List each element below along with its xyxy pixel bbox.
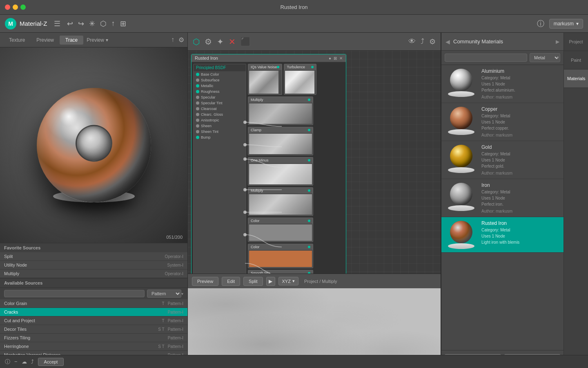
node-icon-hierarchy[interactable]: ✦ — [217, 37, 224, 47]
preview-btn[interactable]: Preview — [192, 277, 218, 286]
favorite-sources-header: Favorite Sources — [0, 243, 187, 252]
node-icon-connect[interactable]: ⚙ — [205, 37, 212, 47]
bsdf-dot-clearcoat — [196, 107, 199, 110]
window-title: Rusted Iron — [280, 4, 307, 10]
material-card-copper[interactable]: Copper Category: MetalUses 1 NodePerfect… — [441, 103, 564, 141]
redo-icon[interactable]: ↪ — [78, 19, 84, 28]
available-sources-controls: Pattern ▾ — [0, 287, 187, 299]
filter-category-dropdown[interactable]: Pattern — [147, 289, 181, 298]
nav-toolbar: ↩ ↪ ✳ ⬡ ↑ ⊞ — [67, 19, 126, 28]
material-card-aluminium[interactable]: Aluminium Category: MetalUses 1 NodePerf… — [441, 65, 564, 103]
bsdf-label-anisotropic: Anisotropic — [201, 118, 219, 122]
preview-dropdown[interactable]: Preview ▾ — [87, 37, 108, 43]
tab-trace[interactable]: Trace — [60, 36, 83, 45]
edit-btn[interactable]: Edit — [222, 277, 240, 286]
hamburger-menu[interactable]: ☰ — [54, 19, 60, 28]
node-color-orange[interactable]: Color — [248, 244, 313, 268]
bsdf-dot-specular-tint — [196, 101, 199, 105]
node-multiply-2[interactable]: Multiply — [248, 187, 313, 216]
settings-icon[interactable]: ⚙ — [178, 36, 184, 44]
info-icon[interactable]: ⓘ — [537, 19, 544, 29]
bsdf-dot-base-color — [196, 73, 199, 76]
expand-right-icon[interactable]: ▶ — [556, 39, 559, 45]
node-title-turbulence: Turbulence — [287, 65, 305, 69]
available-sources-search[interactable] — [4, 290, 145, 297]
nav-right: ⓘ markusm ▾ — [537, 19, 583, 29]
preview-3d: 051/200 — [0, 47, 187, 243]
node-container: Rusted Iron ● ⊠ ✕ Principled BSDF Base C… — [191, 54, 346, 274]
node-settings-icon[interactable]: ⚙ — [429, 37, 436, 46]
minimize-button[interactable] — [13, 4, 18, 10]
node-turbulence[interactable]: Turbulence — [284, 64, 316, 95]
tab-texture[interactable]: Texture — [3, 36, 31, 45]
cat-search-row: Metal ▾ — [441, 51, 564, 65]
vtab-paint[interactable]: Paint — [564, 51, 588, 70]
share-icon[interactable]: ⤴ — [421, 37, 424, 46]
bsdf-dot-subsurface — [196, 79, 199, 82]
node-container-expand[interactable]: ⊠ — [334, 56, 337, 61]
coord-dropdown[interactable]: XYZ ▾ — [278, 277, 298, 285]
avail-item-fizzers[interactable]: Fizzers Tiling Pattern-I — [0, 334, 187, 342]
close-button[interactable] — [5, 4, 10, 10]
info-status-icon[interactable]: ⓘ — [5, 358, 10, 366]
avail-item-color-grain[interactable]: Color Grain T Pattern-I — [0, 299, 187, 308]
vtab-materials[interactable]: Materials — [564, 70, 588, 88]
tab-preview[interactable]: Preview — [31, 36, 60, 45]
split-btn[interactable]: Split — [243, 277, 263, 286]
collapse-right-button[interactable]: ◀ — [445, 38, 450, 45]
favorite-item-utility[interactable]: Utility Node System-I — [0, 261, 187, 269]
bsdf-dot-roughness — [196, 90, 199, 93]
avail-item-herringbone[interactable]: Herringbone S T Pattern-I — [0, 342, 187, 351]
node-multiply-1[interactable]: Multiply — [248, 96, 313, 125]
node-dot-multiply2 — [308, 189, 310, 192]
bsdf-label-sheen-tint: Sheen Tint — [201, 130, 218, 134]
transform-icon[interactable]: ⬡ — [100, 19, 107, 28]
node-icon-layers[interactable]: ⬛ — [241, 37, 251, 47]
avail-item-decor-tiles[interactable]: Decor Tiles S T Pattern-I — [0, 325, 187, 334]
maximize-button[interactable] — [20, 4, 26, 10]
avail-item-cut-project[interactable]: Cut and Project T Pattern-I — [0, 316, 187, 325]
node-smooth-mix[interactable]: Smooth Mix — [248, 270, 313, 274]
fav-name-utility: Utility Node — [4, 263, 167, 267]
node-one-minus[interactable]: One Minus — [248, 157, 313, 186]
view-icon[interactable]: 👁 — [408, 37, 416, 46]
vtab-project[interactable]: Project — [564, 33, 588, 51]
node-icon-active[interactable]: ⬡ — [193, 37, 200, 47]
avail-name-herringbone: Herringbone — [4, 344, 158, 349]
avail-item-cracks[interactable]: Cracks Pattern-I — [0, 308, 187, 316]
node-preview-turbulence — [285, 71, 314, 94]
avail-cat-fizzers: Pattern-I — [168, 336, 183, 340]
material-card-iron[interactable]: Iron Category: MetalUses 1 NodePerfect i… — [441, 179, 564, 217]
node-clamp[interactable]: Clamp — [248, 127, 313, 155]
node-icon-delete[interactable]: ✕ — [229, 37, 236, 47]
asterisk-icon[interactable]: ✳ — [89, 19, 95, 28]
cloud-icon[interactable]: ☁ — [22, 359, 27, 365]
minus-icon[interactable]: − — [14, 359, 18, 365]
mat-info-copper: Copper Category: MetalUses 1 NodePerfect… — [481, 106, 560, 137]
play-button[interactable]: ▶ — [266, 277, 275, 286]
community-materials-title: Community Materials — [453, 38, 556, 45]
node-dot-turbulence — [311, 66, 314, 68]
material-card-gold[interactable]: Gold Category: MetalUses 1 NodePerfect g… — [441, 141, 564, 179]
node-container-close[interactable]: ✕ — [339, 56, 343, 61]
status-accept-button[interactable]: Accept — [38, 358, 64, 366]
favorite-item-multiply[interactable]: Multiply Operator-I — [0, 269, 187, 278]
thumb-sphere-copper — [445, 106, 477, 135]
add-frame-icon[interactable]: ⊞ — [120, 19, 126, 28]
share-status-icon[interactable]: ⤴ — [31, 359, 34, 365]
user-button[interactable]: markusm ▾ — [549, 19, 583, 29]
favorite-item-split[interactable]: Split Operator-I — [0, 252, 187, 261]
node-color-gray[interactable]: Color — [248, 218, 313, 242]
node-iqs-value-noise[interactable]: IQs Value Noise — [248, 64, 282, 95]
node-preview-one-minus — [249, 164, 312, 184]
app-logo[interactable]: M — [5, 18, 16, 29]
mat-info-rusted: Rusted Iron Category: MetalUses 1 NodeLi… — [481, 220, 560, 245]
community-search-input[interactable] — [445, 54, 527, 62]
category-dropdown[interactable]: Metal — [530, 53, 560, 62]
material-card-rusted-iron[interactable]: Rusted Iron Category: MetalUses 1 NodeLi… — [441, 217, 564, 253]
node-header-color-orange: Color — [248, 244, 313, 250]
undo-icon[interactable]: ↩ — [67, 19, 73, 28]
upload-icon[interactable]: ↑ — [111, 19, 115, 28]
node-header-iqs: IQs Value Noise — [248, 64, 282, 70]
export-icon[interactable]: ↑ — [171, 36, 174, 44]
